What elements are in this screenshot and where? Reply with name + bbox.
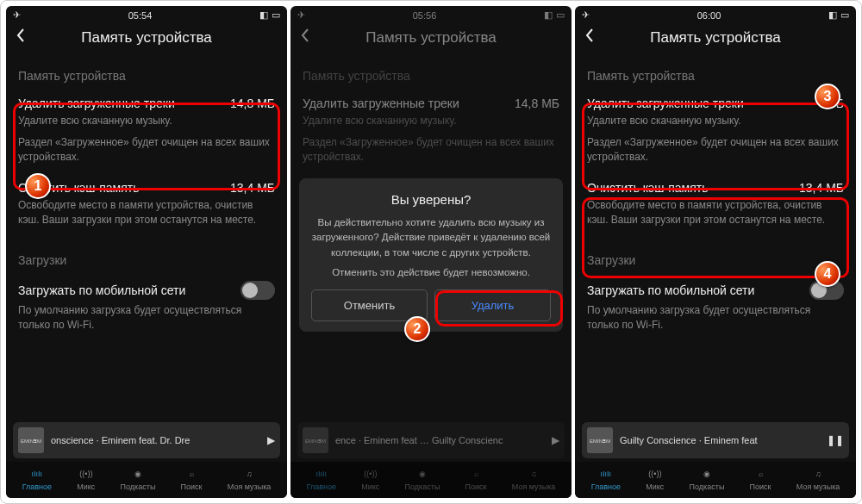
cellular-toggle[interactable]: [809, 281, 844, 300]
radio-icon: ((•)): [364, 467, 377, 481]
tab-bar: ıIıIıГлавное ((•))Микс ◉Подкасты ⌕Поиск …: [290, 462, 572, 498]
clear-cache-desc: Освободите место в памяти устройства, оч…: [18, 198, 275, 227]
signal-icon: ◧: [828, 9, 837, 21]
search-icon: ⌕: [759, 467, 763, 481]
podcast-icon: ◉: [419, 467, 426, 481]
signal-icon: ◧: [259, 9, 268, 21]
tab-search[interactable]: ⌕Поиск: [465, 467, 487, 491]
back-button[interactable]: [15, 28, 27, 47]
screen-1: ✈ 05:54 ◧ ▭ Память устройства Память уст…: [6, 6, 287, 498]
section-downloads: Загрузки: [587, 253, 844, 267]
bars-icon: ıIıIı: [32, 467, 43, 481]
tab-home[interactable]: ıIıIıГлавное: [591, 467, 621, 491]
page-title: Память устройства: [81, 29, 212, 47]
tab-podcasts[interactable]: ◉Подкасты: [690, 467, 725, 491]
play-icon[interactable]: ▶: [267, 434, 275, 446]
tab-mix[interactable]: ((•))Микс: [77, 467, 95, 491]
clear-cache-item[interactable]: Очистить кэш-память 13,4 МБ Освободите м…: [587, 174, 844, 238]
airplane-icon: ✈: [582, 9, 590, 21]
modal-title: Вы уверены?: [311, 192, 551, 207]
play-icon[interactable]: ▶: [552, 434, 559, 446]
delete-tracks-item[interactable]: Удалить загруженные треки 0 Б Удалите вс…: [587, 90, 844, 174]
header: Память устройства: [290, 22, 572, 53]
clear-cache-size: 13,4 МБ: [230, 181, 275, 195]
delete-tracks-desc1: Удалите всю скачанную музыку.: [18, 114, 275, 128]
delete-tracks-desc2: Раздел «Загруженное» будет очищен на все…: [18, 135, 275, 165]
status-right: ◧ ▭: [828, 9, 849, 21]
section-storage: Память устройства: [303, 69, 559, 83]
clear-cache-size: 13,4 МБ: [799, 181, 844, 195]
modal-note: Отменить это действие будет невозможно.: [311, 267, 551, 277]
status-bar: ✈ 05:56 ◧ ▭: [290, 6, 572, 22]
tab-my-music[interactable]: ♫Моя музыка: [228, 467, 272, 491]
delete-tracks-size: 0 Б: [826, 96, 844, 110]
tab-mix[interactable]: ((•))Микс: [646, 467, 664, 491]
music-icon: ♫: [247, 467, 253, 481]
clock: 06:00: [697, 10, 721, 21]
status-bar: ✈ 06:00 ◧ ▭: [575, 6, 856, 22]
status-right: ◧ ▭: [544, 9, 565, 21]
cancel-button[interactable]: Отменить: [311, 289, 428, 321]
tab-home[interactable]: ıIıIıГлавное: [22, 467, 52, 491]
radio-icon: ((•)): [79, 467, 92, 481]
header: Память устройства: [6, 22, 287, 53]
header: Память устройства: [575, 22, 856, 53]
tab-bar: ıIıIıГлавное ((•))Микс ◉Подкасты ⌕Поиск …: [6, 462, 287, 498]
tab-podcasts[interactable]: ◉Подкасты: [405, 467, 440, 491]
delete-tracks-item[interactable]: Удалить загруженные треки 14,8 МБ Удалит…: [18, 90, 275, 174]
podcast-icon: ◉: [703, 467, 710, 481]
section-storage: Память устройства: [18, 69, 275, 83]
album-cover: EMINƎM: [587, 427, 613, 453]
tab-my-music[interactable]: ♫Моя музыка: [796, 467, 840, 491]
music-icon: ♫: [531, 467, 537, 481]
cellular-title: Загружать по мобильной сети: [18, 283, 185, 297]
battery-icon: ▭: [840, 9, 849, 21]
airplane-icon: ✈: [13, 9, 21, 21]
clock: 05:54: [128, 10, 153, 21]
clear-cache-title: Очистить кэш-память: [587, 181, 708, 195]
cellular-toggle[interactable]: [240, 281, 275, 300]
section-downloads: Загрузки: [18, 253, 275, 267]
tab-bar: ıIıIıГлавное ((•))Микс ◉Подкасты ⌕Поиск …: [575, 462, 856, 498]
tab-mix[interactable]: ((•))Микс: [361, 467, 379, 491]
tab-home[interactable]: ıIıIıГлавное: [307, 467, 336, 491]
signal-icon: ◧: [544, 9, 553, 21]
confirm-modal: Вы уверены? Вы действительно хотите удал…: [299, 178, 563, 332]
search-icon: ⌕: [474, 467, 478, 481]
track-info: onscience · Eminem feat. Dr. Dre: [51, 435, 260, 445]
mini-player[interactable]: EMINƎM onscience · Eminem feat. Dr. Dre …: [13, 422, 280, 458]
pause-icon[interactable]: ❚❚: [827, 434, 844, 446]
delete-tracks-item[interactable]: Удалить загруженные треки 14,8 МБ Удалит…: [303, 90, 559, 174]
album-cover: EMINƎM: [18, 427, 44, 453]
clear-cache-item[interactable]: Очистить кэш-память 13,4 МБ Освободите м…: [18, 174, 275, 238]
bars-icon: ıIıIı: [316, 467, 328, 481]
battery-icon: ▭: [556, 9, 565, 21]
podcast-icon: ◉: [134, 467, 141, 481]
mini-player[interactable]: EMINƎM Guilty Conscience · Eminem feat ❚…: [582, 422, 849, 458]
cellular-toggle-row[interactable]: Загружать по мобильной сети: [18, 274, 275, 303]
radio-icon: ((•)): [648, 467, 661, 481]
album-cover: EMINƎM: [303, 427, 328, 453]
tab-search[interactable]: ⌕Поиск: [750, 467, 771, 491]
battery-icon: ▭: [272, 9, 280, 21]
track-info: Guilty Conscience · Eminem feat: [620, 435, 820, 445]
screen-3: ✈ 06:00 ◧ ▭ Память устройства Память уст…: [575, 6, 856, 498]
screen-2: ✈ 05:56 ◧ ▭ Память устройства Память уст…: [290, 6, 572, 498]
tab-my-music[interactable]: ♫Моя музыка: [512, 467, 556, 491]
music-icon: ♫: [815, 467, 821, 481]
cellular-toggle-row[interactable]: Загружать по мобильной сети: [587, 274, 844, 303]
delete-tracks-title: Удалить загруженные треки: [587, 96, 744, 110]
modal-body: Вы действительно хотите удалить всю музы…: [311, 215, 551, 260]
cellular-desc: По умолчанию загрузка будет осуществлять…: [18, 303, 275, 333]
delete-tracks-size: 14,8 МБ: [230, 96, 275, 110]
mini-player[interactable]: EMINƎM ence · Eminem feat … Guilty Consc…: [297, 422, 565, 458]
back-button[interactable]: [299, 28, 311, 47]
tab-search[interactable]: ⌕Поиск: [181, 467, 203, 491]
search-icon: ⌕: [190, 467, 194, 481]
tab-podcasts[interactable]: ◉Подкасты: [121, 467, 156, 491]
page-title: Память устройства: [365, 29, 497, 47]
bars-icon: ıIıIı: [601, 467, 612, 481]
back-button[interactable]: [584, 28, 596, 47]
delete-button[interactable]: Удалить: [434, 289, 551, 321]
clock: 05:56: [413, 10, 437, 21]
